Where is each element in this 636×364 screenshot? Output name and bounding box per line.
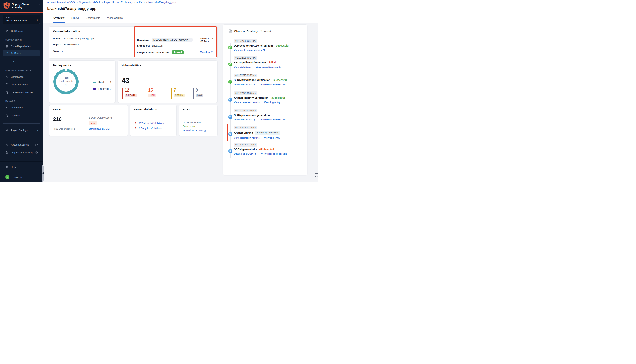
breadcrumb-project[interactable]: Project: Product Exploratory <box>104 1 133 4</box>
view-violations-link[interactable]: View violations <box>234 66 251 68</box>
integrations-icon <box>5 106 9 109</box>
breadcrumb-current[interactable]: lavakush07/easy-buggy-app <box>148 1 177 4</box>
breadcrumb-account[interactable]: Account: Automation-SSCA <box>47 1 76 4</box>
view-deployment-details-link[interactable]: View deployment details <box>234 49 265 52</box>
sidebar-item-get-started[interactable]: Get Started <box>3 28 40 34</box>
allow-list-violations-link[interactable]: 637 Allow list Violations <box>139 122 164 125</box>
download-sbom-link[interactable]: Download SBOM <box>89 128 113 130</box>
sidebar-item-label: Help <box>11 166 16 168</box>
artifact-name: lavakush07/easy-buggy-app <box>63 37 94 40</box>
view-execution-results-link[interactable]: View execution results <box>256 66 281 68</box>
tab-overview[interactable]: Overview <box>53 13 64 23</box>
event-title: Artifact Integrity Verification <box>234 96 268 99</box>
document-search-icon <box>5 75 9 78</box>
deployments-card: Deployments TotalDeployments 1 Prod 1 Pr… <box>49 60 116 103</box>
clipboard-check-icon <box>5 83 9 86</box>
package-icon <box>5 16 7 18</box>
sidebar-item-project-settings[interactable]: Project Settings › <box>3 127 40 133</box>
page-title: lavakush07/easy-buggy-app <box>47 6 96 11</box>
chat-support-icon[interactable] <box>314 172 318 179</box>
code-repository-icon <box>5 45 9 48</box>
chain-link-icon <box>228 62 232 66</box>
breadcrumb-organization[interactable]: Organization: default <box>79 1 100 4</box>
vertical-divider <box>86 111 86 132</box>
sidebar-item-code-repositories[interactable]: Code Repositories <box>3 43 40 49</box>
tab-deployments[interactable]: Deployments <box>86 13 100 23</box>
view-execution-results-link[interactable]: View execution results <box>260 118 286 121</box>
download-icon <box>111 128 113 130</box>
view-execution-results-link[interactable]: View execution results <box>261 152 287 155</box>
deny-list-violations-link[interactable]: 2 Deny list Violations <box>139 127 162 130</box>
event-status: successful <box>271 96 285 99</box>
timeline-event: 01/16/2025 03:27pm Deployed to Prod2 env… <box>234 39 304 52</box>
view-log-link[interactable]: View log <box>200 51 213 54</box>
timeline-event: 01/16/2025 03:26pm Artifact Integrity Ve… <box>234 91 304 104</box>
user-name: Lavakush <box>12 176 22 178</box>
chevron-separator: › <box>77 1 78 4</box>
download-slsa-link[interactable]: Download SLSA <box>234 83 256 86</box>
sidebar-item-compliance[interactable]: Compliance <box>3 74 40 80</box>
timeline-event: 01/16/2025 03:27pm SLSA provenance verif… <box>234 74 304 86</box>
card-title: SLSA <box>183 108 190 111</box>
sidebar-item-organization-settings[interactable]: Organization Settings <box>3 149 40 156</box>
warning-icon <box>134 122 137 125</box>
event-timestamp: 01/16/2025 03:25pm <box>234 143 257 146</box>
sidebar-section-risk: RISK AND COMPLIANCE <box>5 69 32 72</box>
name-row: Name:lavakush07/easy-buggy-app <box>53 37 94 40</box>
view-execution-results-link[interactable]: View execution results <box>234 136 260 139</box>
signed-by-badge: Signed by Lavakush <box>255 131 280 135</box>
chevron-separator: › <box>102 1 103 4</box>
event-status: successful <box>273 78 287 82</box>
sidebar-item-artifacts[interactable]: Artifacts <box>3 50 40 56</box>
sidebar-item-account-settings[interactable]: Account Settings <box>3 142 40 148</box>
timeline-event: 01/16/2025 03:26pm SLSA provenance gener… <box>234 109 304 121</box>
sidebar-collapse-handle[interactable] <box>42 164 44 182</box>
app-grid-icon[interactable] <box>36 4 40 8</box>
project-selector[interactable]: PROJECT Product Exploratory › <box>3 15 40 24</box>
event-status: successful <box>276 44 289 47</box>
sidebar-item-remediation-tracker[interactable]: Remediation Tracker <box>3 89 40 96</box>
prod-legend-dot <box>93 82 96 83</box>
deployments-donut-chart: TotalDeployments 1 <box>53 69 79 94</box>
sidebar-item-label: Remediation Tracker <box>11 91 33 94</box>
event-timestamp: 01/16/2025 03:27pm <box>234 56 257 60</box>
legend-item-prod: Prod 1 <box>93 81 111 84</box>
sidebar-item-cicd[interactable]: CI/CD <box>3 58 40 64</box>
sidebar-item-label: Project Settings <box>11 129 28 132</box>
view-execution-results-link[interactable]: View execution results <box>260 83 286 86</box>
warning-icon <box>134 127 137 130</box>
scan-icon <box>228 98 232 102</box>
event-title: SLSA provenance generation <box>234 114 270 116</box>
slsa-verification-status: Successful <box>183 125 195 128</box>
sidebar-item-integrations[interactable]: Integrations <box>3 104 40 111</box>
chain-link-icon <box>228 80 232 84</box>
breadcrumb-artifacts[interactable]: Artifacts <box>136 1 145 4</box>
sidebar-item-label: Pipelines <box>11 114 21 117</box>
sbom-quality-score-label: SBOM Quality Score <box>89 116 112 119</box>
view-log-entry-link[interactable]: View log entry <box>264 136 280 139</box>
project-selector-name: Product Exploratory <box>5 19 38 22</box>
sidebar-section-manage: MANAGE <box>5 100 15 102</box>
tab-sbom[interactable]: SBOM <box>71 13 79 23</box>
panel-title: Chain of Custody <box>234 30 258 33</box>
sidebar-item-rule-definitions[interactable]: Rule Definitions <box>3 82 40 88</box>
sidebar-item-pipelines[interactable]: Pipelines <box>3 112 40 118</box>
sidebar-item-help[interactable]: Help <box>3 164 40 170</box>
tab-vulnerabilities[interactable]: Vulnerabilities <box>107 13 123 23</box>
chain-link-icon <box>228 46 232 50</box>
vulnerabilities-total: 43 <box>122 77 129 85</box>
sidebar-item-label: Rule Definitions <box>11 83 28 86</box>
download-sbom-link[interactable]: Download SBOM <box>234 152 257 155</box>
sidebar-item-label: Account Settings <box>11 144 29 146</box>
user-menu[interactable]: L Lavakush <box>3 174 40 180</box>
view-execution-results-link[interactable]: View execution results <box>234 101 260 104</box>
signature-row: Signature: MEQCICde2VjIT...bL+2+mqnOXw==… <box>137 37 217 43</box>
download-slsa-link[interactable]: Download SLSA <box>183 129 206 132</box>
info-icon <box>35 144 38 146</box>
app-root: Supply Chain Security PROJECT Product Ex… <box>0 0 318 182</box>
hierarchy-icon <box>229 29 232 33</box>
view-log-entry-link[interactable]: View log entry <box>264 101 280 104</box>
sidebar-item-label: Compliance <box>11 76 24 78</box>
scan-icon <box>228 115 232 119</box>
download-slsa-link[interactable]: Download SLSA <box>234 118 256 121</box>
